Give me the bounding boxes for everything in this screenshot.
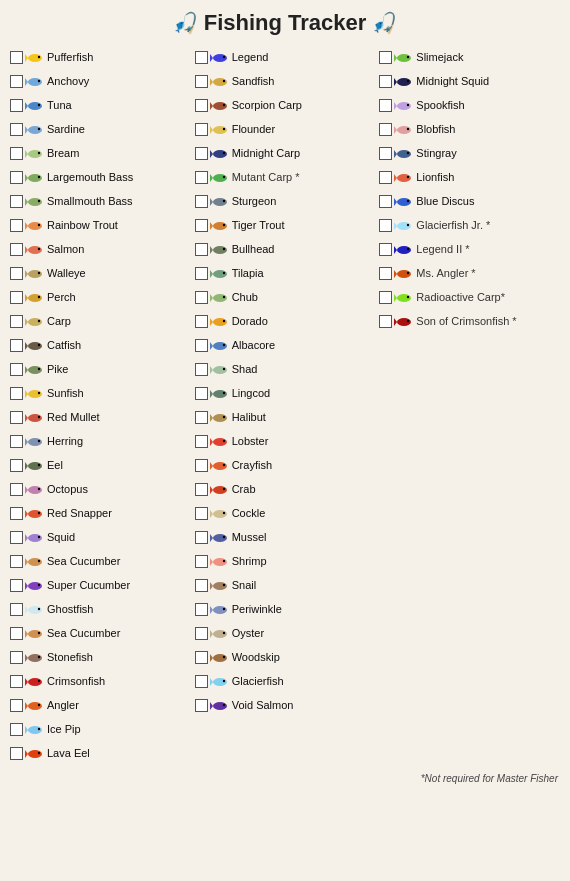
fish-checkbox[interactable] — [10, 147, 23, 160]
svg-point-173 — [222, 703, 224, 705]
fish-checkbox[interactable] — [10, 51, 23, 64]
list-item: Lobster — [193, 430, 378, 453]
fish-checkbox[interactable] — [379, 51, 392, 64]
svg-marker-43 — [25, 390, 28, 398]
fish-checkbox[interactable] — [10, 363, 23, 376]
fish-checkbox[interactable] — [195, 99, 208, 112]
fish-checkbox[interactable] — [10, 603, 23, 616]
list-item: Son of Crimsonfish * — [377, 310, 562, 333]
fish-checkbox[interactable] — [195, 531, 208, 544]
fish-checkbox[interactable] — [379, 291, 392, 304]
svg-point-162 — [213, 630, 227, 638]
fish-checkbox[interactable] — [10, 339, 23, 352]
fish-checkbox[interactable] — [10, 387, 23, 400]
list-item: Octopus — [8, 478, 193, 501]
fish-checkbox[interactable] — [195, 147, 208, 160]
fish-checkbox[interactable] — [379, 195, 392, 208]
fish-checkbox[interactable] — [10, 627, 23, 640]
svg-marker-157 — [210, 582, 213, 590]
fish-checkbox[interactable] — [379, 243, 392, 256]
fish-checkbox[interactable] — [10, 651, 23, 664]
fish-checkbox[interactable] — [10, 483, 23, 496]
list-item: Pike — [8, 358, 193, 381]
fish-checkbox[interactable] — [10, 267, 23, 280]
fish-checkbox[interactable] — [379, 147, 392, 160]
svg-point-39 — [28, 366, 42, 374]
fish-checkbox[interactable] — [10, 243, 23, 256]
fish-sprite — [210, 360, 230, 380]
fish-checkbox[interactable] — [195, 675, 208, 688]
fish-sprite — [25, 624, 45, 644]
fish-checkbox[interactable] — [195, 651, 208, 664]
fish-sprite — [25, 192, 45, 212]
fish-checkbox[interactable] — [195, 507, 208, 520]
svg-marker-31 — [25, 294, 28, 302]
fish-checkbox[interactable] — [195, 627, 208, 640]
fish-checkbox[interactable] — [195, 699, 208, 712]
fish-checkbox[interactable] — [195, 51, 208, 64]
fish-checkbox[interactable] — [195, 483, 208, 496]
fish-checkbox[interactable] — [10, 411, 23, 424]
fish-checkbox[interactable] — [10, 699, 23, 712]
fish-checkbox[interactable] — [195, 459, 208, 472]
fish-checkbox[interactable] — [195, 339, 208, 352]
svg-point-161 — [222, 607, 224, 609]
fish-checkbox[interactable] — [195, 315, 208, 328]
fish-checkbox[interactable] — [195, 267, 208, 280]
fish-checkbox[interactable] — [195, 123, 208, 136]
fish-checkbox[interactable] — [195, 603, 208, 616]
fish-checkbox[interactable] — [195, 411, 208, 424]
fish-checkbox[interactable] — [10, 675, 23, 688]
fish-checkbox[interactable] — [379, 123, 392, 136]
fish-checkbox[interactable] — [10, 531, 23, 544]
fish-checkbox[interactable] — [10, 723, 23, 736]
fish-name: Anchovy — [47, 75, 89, 88]
svg-point-83 — [38, 703, 40, 705]
fish-checkbox[interactable] — [379, 75, 392, 88]
fish-checkbox[interactable] — [195, 219, 208, 232]
fish-checkbox[interactable] — [195, 435, 208, 448]
svg-point-44 — [38, 391, 40, 393]
fish-checkbox[interactable] — [10, 99, 23, 112]
fish-sprite — [25, 48, 45, 68]
fish-checkbox[interactable] — [10, 171, 23, 184]
fish-checkbox[interactable] — [10, 195, 23, 208]
svg-marker-121 — [210, 294, 213, 302]
svg-point-5 — [38, 79, 40, 81]
fish-checkbox[interactable] — [195, 363, 208, 376]
fish-checkbox[interactable] — [10, 747, 23, 760]
fish-checkbox[interactable] — [195, 243, 208, 256]
fish-checkbox[interactable] — [10, 315, 23, 328]
svg-point-98 — [222, 103, 224, 105]
fish-checkbox[interactable] — [10, 579, 23, 592]
fish-checkbox[interactable] — [10, 123, 23, 136]
list-item: Sandfish — [193, 70, 378, 93]
fish-checkbox[interactable] — [379, 267, 392, 280]
fish-checkbox[interactable] — [10, 291, 23, 304]
column-2: LegendSandfishScorpion CarpFlounderMidni… — [193, 46, 378, 717]
fish-checkbox[interactable] — [379, 99, 392, 112]
fish-checkbox[interactable] — [10, 507, 23, 520]
fish-checkbox[interactable] — [195, 195, 208, 208]
fish-checkbox[interactable] — [195, 579, 208, 592]
fish-checkbox[interactable] — [195, 387, 208, 400]
fish-checkbox[interactable] — [379, 171, 392, 184]
fish-checkbox[interactable] — [379, 315, 392, 328]
fish-checkbox[interactable] — [379, 219, 392, 232]
svg-marker-172 — [210, 702, 213, 710]
fish-checkbox[interactable] — [10, 75, 23, 88]
fish-checkbox[interactable] — [195, 75, 208, 88]
fish-checkbox[interactable] — [195, 291, 208, 304]
svg-marker-112 — [210, 222, 213, 230]
fish-checkbox[interactable] — [195, 555, 208, 568]
fish-checkbox[interactable] — [10, 435, 23, 448]
svg-point-48 — [28, 438, 42, 446]
fish-sprite — [394, 168, 414, 188]
fish-checkbox[interactable] — [10, 219, 23, 232]
svg-point-42 — [28, 390, 42, 398]
fish-checkbox[interactable] — [10, 459, 23, 472]
fish-checkbox[interactable] — [10, 555, 23, 568]
fish-name: Walleye — [47, 267, 86, 280]
fish-sprite — [394, 144, 414, 164]
fish-checkbox[interactable] — [195, 171, 208, 184]
